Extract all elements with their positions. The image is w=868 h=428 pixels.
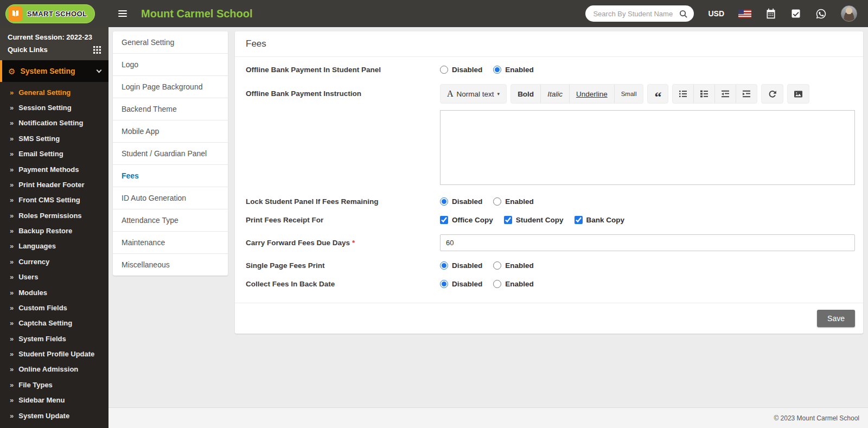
settings-tab[interactable]: Student / Guardian Panel <box>113 143 228 165</box>
radio-option[interactable]: Enabled <box>493 66 534 74</box>
sidebar-item[interactable]: » Front CMS Setting <box>0 193 108 208</box>
tasks-check-icon[interactable] <box>790 8 801 19</box>
row-offline-bank-instruction: Offline Bank Payment Instruction A Norma… <box>246 84 855 187</box>
save-button[interactable]: Save <box>817 310 855 327</box>
radio-disabled[interactable] <box>440 280 448 288</box>
outdent-icon[interactable] <box>715 85 736 103</box>
sidebar-item[interactable]: » Student Profile Update <box>0 346 108 361</box>
checkbox-option[interactable]: Bank Copy <box>575 216 625 224</box>
settings-tab[interactable]: Miscellaneous <box>113 254 228 276</box>
card-footer: Save <box>235 303 863 334</box>
currency-selector[interactable]: USD <box>708 9 724 18</box>
radio-option[interactable]: Disabled <box>440 280 482 288</box>
quick-links-grid-icon[interactable] <box>93 46 101 54</box>
radio-disabled[interactable] <box>440 66 448 74</box>
indent-icon[interactable] <box>736 85 757 103</box>
radio-enabled[interactable] <box>493 66 501 74</box>
radio-enabled[interactable] <box>493 197 501 206</box>
settings-tab[interactable]: General Setting <box>113 31 228 54</box>
italic-button[interactable]: Italic <box>541 85 570 103</box>
sidebar-item[interactable]: » SMS Setting <box>0 131 108 146</box>
double-chevron-icon: » <box>10 335 14 343</box>
sidebar-item[interactable]: » Languages <box>0 239 108 254</box>
sidebar-menu-system-setting[interactable]: ⚙ System Setting <box>0 60 108 82</box>
student-copy-checkbox[interactable] <box>504 216 512 224</box>
unordered-list-icon[interactable] <box>694 85 715 103</box>
checkbox-option[interactable]: Student Copy <box>504 216 564 224</box>
smart-school-logo[interactable]: SMART SCHOOL <box>5 4 95 23</box>
office-copy-checkbox[interactable] <box>440 216 448 224</box>
settings-tab[interactable]: Mobile App <box>113 120 228 143</box>
radio-option[interactable]: Disabled <box>440 197 482 206</box>
user-avatar[interactable] <box>841 5 857 22</box>
sidebar-item[interactable]: » Modules <box>0 285 108 300</box>
search-input[interactable] <box>592 9 676 18</box>
logo-area: SMART SCHOOL <box>0 4 108 23</box>
sidebar-item[interactable]: » System Fields <box>0 331 108 346</box>
bold-button[interactable]: Bold <box>511 85 541 103</box>
radio-enabled[interactable] <box>493 261 501 270</box>
image-icon[interactable] <box>788 85 809 103</box>
settings-tab[interactable]: Fees <box>113 165 228 187</box>
checkbox-option[interactable]: Office Copy <box>440 216 493 224</box>
radio-option[interactable]: Enabled <box>493 280 534 288</box>
ordered-list-icon[interactable] <box>673 85 694 103</box>
sidebar-item[interactable]: » Roles Permissions <box>0 208 108 223</box>
content-area: General Setting Logo Login Page Backgrou… <box>108 27 868 428</box>
radio-option[interactable]: Enabled <box>493 197 534 206</box>
quote-icon[interactable]: “ <box>648 85 668 103</box>
settings-tab[interactable]: Backend Theme <box>113 98 228 120</box>
sidebar-item[interactable]: » Users <box>0 270 108 285</box>
double-chevron-icon: » <box>10 88 14 97</box>
whatsapp-icon[interactable] <box>815 8 827 20</box>
small-text-button[interactable]: Small <box>615 85 643 103</box>
settings-tab[interactable]: Logo <box>113 54 228 76</box>
double-chevron-icon: » <box>10 242 14 250</box>
radio-option[interactable]: Disabled <box>440 261 482 270</box>
settings-tab[interactable]: Attendance Type <box>113 209 228 232</box>
sidebar-item[interactable]: » Email Setting <box>0 146 108 162</box>
sidebar-item[interactable]: » Session Setting <box>0 100 108 115</box>
caret-down-icon: ▾ <box>497 91 500 97</box>
sidebar-item[interactable]: » Captcha Setting <box>0 316 108 331</box>
radio-option[interactable]: Enabled <box>493 261 534 270</box>
double-chevron-icon: » <box>10 150 14 158</box>
hamburger-menu-icon[interactable] <box>116 7 129 21</box>
redo-icon[interactable] <box>762 85 783 103</box>
sidebar-item[interactable]: » Online Admission <box>0 362 108 377</box>
row-offline-bank-payment: Offline Bank Payment In Student Panel Di… <box>246 66 855 74</box>
double-chevron-icon: » <box>10 212 14 220</box>
sidebar-item[interactable]: » Backup Restore <box>0 223 108 238</box>
quick-links-label: Quick Links <box>8 43 48 56</box>
settings-tab[interactable]: Login Page Background <box>113 76 228 98</box>
field-label: Single Page Fees Print <box>246 261 440 270</box>
double-chevron-icon: » <box>10 365 14 373</box>
sidebar-item[interactable]: » Print Header Footer <box>0 177 108 192</box>
main-layout: Current Session: 2022-23 Quick Links ⚙ S… <box>0 27 868 428</box>
radio-disabled[interactable] <box>440 197 448 206</box>
language-flag-icon[interactable] <box>738 10 751 18</box>
sidebar-item[interactable]: » Custom Fields <box>0 300 108 315</box>
radio-option[interactable]: Disabled <box>440 66 482 74</box>
offline-instruction-textarea[interactable] <box>440 110 855 185</box>
underline-button[interactable]: Underline <box>570 85 615 103</box>
field-label: Offline Bank Payment Instruction <box>246 84 440 98</box>
sidebar-item[interactable]: » Currency <box>0 254 108 269</box>
settings-tab[interactable]: Maintenance <box>113 232 228 254</box>
sidebar-item[interactable]: » Payment Methods <box>0 162 108 177</box>
sidebar-item[interactable]: » System Update <box>0 408 108 423</box>
double-chevron-icon: » <box>10 319 14 327</box>
radio-enabled[interactable] <box>493 280 501 288</box>
carry-forward-days-input[interactable] <box>440 234 855 251</box>
sidebar-item[interactable]: » Notification Setting <box>0 116 108 131</box>
bank-copy-checkbox[interactable] <box>575 216 583 224</box>
sidebar-item[interactable]: » Sidebar Menu <box>0 393 108 408</box>
sidebar-item[interactable]: » File Types <box>0 377 108 392</box>
settings-tab[interactable]: ID Auto Generation <box>113 187 228 209</box>
sidebar-item[interactable]: » General Setting <box>0 85 108 100</box>
search-icon[interactable] <box>679 10 687 18</box>
student-search-box <box>585 5 694 22</box>
text-style-dropdown[interactable]: A Normal text ▾ <box>441 85 506 103</box>
calendar-icon[interactable] <box>765 8 776 19</box>
radio-disabled[interactable] <box>440 261 448 270</box>
